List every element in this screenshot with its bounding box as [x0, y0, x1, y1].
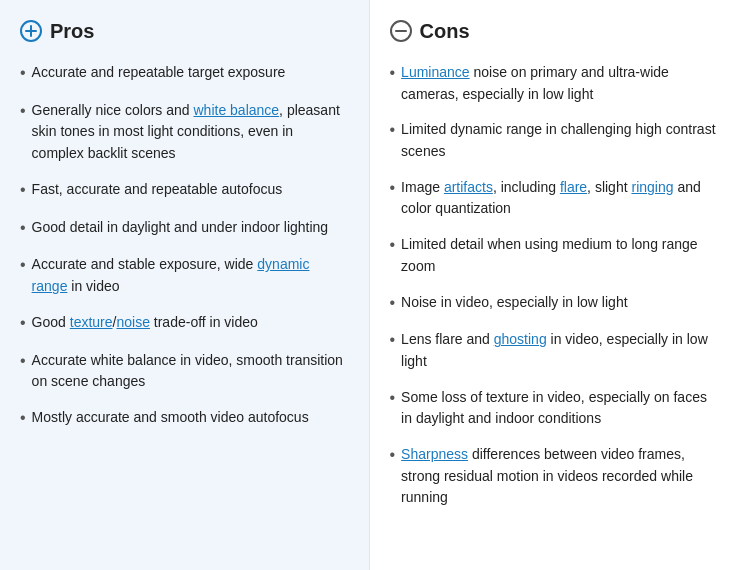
list-item: Good texture/noise trade-off in video: [20, 312, 349, 336]
list-item: Limited dynamic range in challenging hig…: [390, 119, 719, 162]
cons-title: Cons: [420, 16, 470, 46]
cons-header: Cons: [390, 16, 719, 46]
list-item: Generally nice colors and white balance,…: [20, 100, 349, 165]
list-item: Accurate white balance in video, smooth …: [20, 350, 349, 393]
list-item: Luminance noise on primary and ultra-wid…: [390, 62, 719, 105]
list-item-text: Accurate and repeatable target exposure: [32, 62, 349, 84]
list-item: Limited detail when using medium to long…: [390, 234, 719, 277]
list-item: Fast, accurate and repeatable autofocus: [20, 179, 349, 203]
link-ringing[interactable]: ringing: [631, 179, 673, 195]
list-item-text: Some loss of texture in video, especiall…: [401, 387, 718, 430]
link-sharpness[interactable]: Sharpness: [401, 446, 468, 462]
cons-column: Cons Luminance noise on primary and ultr…: [370, 0, 739, 570]
link-artifacts[interactable]: artifacts: [444, 179, 493, 195]
list-item-text: Good detail in daylight and under indoor…: [32, 217, 349, 239]
pros-header: Pros: [20, 16, 349, 46]
list-item: Good detail in daylight and under indoor…: [20, 217, 349, 241]
link-ghosting[interactable]: ghosting: [494, 331, 547, 347]
cons-list: Luminance noise on primary and ultra-wid…: [390, 62, 719, 509]
list-item-text: Accurate and stable exposure, wide dynam…: [32, 254, 349, 297]
list-item-text: Limited detail when using medium to long…: [401, 234, 718, 277]
list-item: Image artifacts, including flare, slight…: [390, 177, 719, 220]
link-dynamic-range[interactable]: dynamic range: [32, 256, 310, 294]
list-item-text: Luminance noise on primary and ultra-wid…: [401, 62, 718, 105]
list-item: Some loss of texture in video, especiall…: [390, 387, 719, 430]
list-item-text: Limited dynamic range in challenging hig…: [401, 119, 718, 162]
link-noise[interactable]: noise: [116, 314, 149, 330]
list-item-text: Sharpness differences between video fram…: [401, 444, 718, 509]
link-flare[interactable]: flare: [560, 179, 587, 195]
list-item-text: Image artifacts, including flare, slight…: [401, 177, 718, 220]
list-item: Noise in video, especially in low light: [390, 292, 719, 316]
link-texture[interactable]: texture: [70, 314, 113, 330]
list-item: Accurate and repeatable target exposure: [20, 62, 349, 86]
pros-list: Accurate and repeatable target exposureG…: [20, 62, 349, 431]
pros-column: Pros Accurate and repeatable target expo…: [0, 0, 370, 570]
list-item-text: Noise in video, especially in low light: [401, 292, 718, 314]
list-item-text: Accurate white balance in video, smooth …: [32, 350, 349, 393]
list-item-text: Good texture/noise trade-off in video: [32, 312, 349, 334]
main-container: Pros Accurate and repeatable target expo…: [0, 0, 738, 570]
list-item: Lens flare and ghosting in video, especi…: [390, 329, 719, 372]
list-item: Mostly accurate and smooth video autofoc…: [20, 407, 349, 431]
list-item: Accurate and stable exposure, wide dynam…: [20, 254, 349, 297]
minus-circle-icon: [390, 20, 412, 42]
list-item-text: Fast, accurate and repeatable autofocus: [32, 179, 349, 201]
list-item-text: Generally nice colors and white balance,…: [32, 100, 349, 165]
list-item-text: Mostly accurate and smooth video autofoc…: [32, 407, 349, 429]
plus-circle-icon: [20, 20, 42, 42]
link-luminance[interactable]: Luminance: [401, 64, 470, 80]
list-item: Sharpness differences between video fram…: [390, 444, 719, 509]
pros-title: Pros: [50, 16, 94, 46]
list-item-text: Lens flare and ghosting in video, especi…: [401, 329, 718, 372]
link-white-balance[interactable]: white balance: [193, 102, 279, 118]
